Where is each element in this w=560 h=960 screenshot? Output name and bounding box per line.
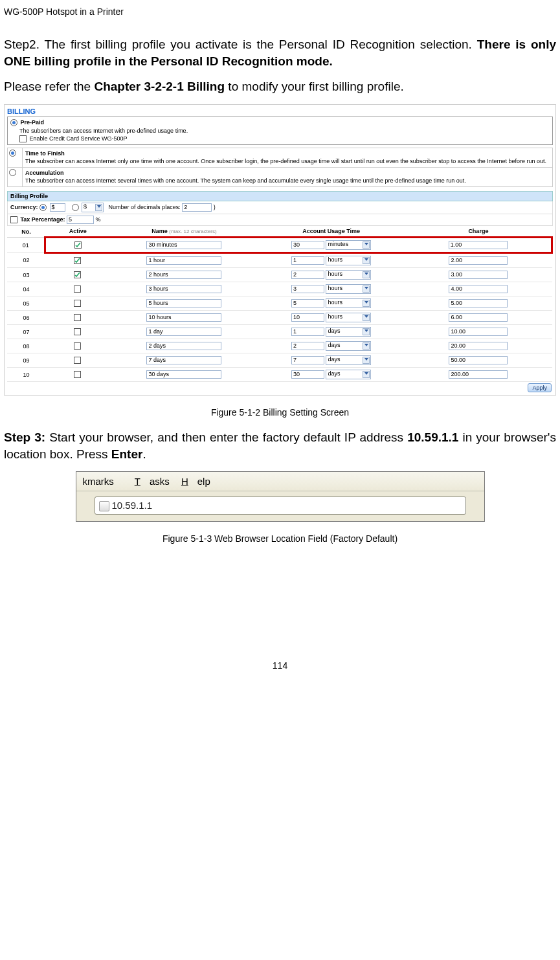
name-input[interactable]: 30 minutes: [146, 241, 221, 249]
cell-no: 01: [7, 238, 45, 253]
charge-input[interactable]: 1.00: [449, 241, 508, 249]
billing-title: BILLING: [7, 107, 553, 115]
tax-row: Tax Percentage: 5 %: [7, 214, 553, 226]
cell-active: [45, 282, 111, 296]
cell-charge: 20.00: [405, 339, 552, 353]
cell-active: [45, 325, 111, 339]
charge-input[interactable]: 6.00: [449, 313, 508, 322]
tax-input[interactable]: 5: [67, 216, 94, 224]
qty-input[interactable]: 2: [291, 271, 324, 279]
enable-cc-checkbox[interactable]: [19, 135, 27, 142]
currency-row: Currency: $ $ Number of decimals places:…: [7, 201, 553, 214]
active-checkbox[interactable]: [74, 241, 82, 249]
active-checkbox[interactable]: [74, 257, 81, 264]
decimals-close: ): [214, 204, 216, 210]
qty-input[interactable]: 7: [291, 356, 324, 364]
th-name: Name (max. 12 characters): [111, 226, 258, 238]
charge-input[interactable]: 200.00: [449, 370, 508, 379]
name-input[interactable]: 1 hour: [146, 256, 221, 265]
acc-desc: The subscriber can access Internet sever…: [25, 177, 550, 185]
charge-input[interactable]: 3.00: [449, 271, 508, 279]
prepaid-radio[interactable]: [10, 119, 17, 126]
doc-header: WG-500P Hotspot in a Printer: [4, 6, 556, 17]
active-checkbox[interactable]: [74, 342, 81, 350]
charge-input[interactable]: 50.00: [449, 356, 508, 364]
active-checkbox[interactable]: [74, 285, 81, 293]
qty-input[interactable]: 3: [291, 285, 324, 293]
unit-select[interactable]: minutes: [326, 240, 371, 250]
page-icon: [99, 501, 109, 511]
th-name-hint: (max. 12 characters): [169, 229, 216, 234]
unit-select[interactable]: days: [326, 341, 371, 351]
prepaid-label: Pre-Paid: [21, 119, 45, 126]
unit-select[interactable]: hours: [326, 256, 371, 265]
qty-input[interactable]: 30: [291, 241, 324, 249]
acc-radio[interactable]: [9, 169, 16, 176]
charge-input[interactable]: 5.00: [449, 299, 508, 307]
decimals-input[interactable]: 2: [182, 203, 212, 212]
name-input[interactable]: 2 hours: [146, 271, 221, 279]
name-input[interactable]: 1 day: [146, 328, 221, 336]
qty-input[interactable]: 10: [291, 313, 324, 322]
qty-input[interactable]: 2: [291, 342, 324, 350]
name-input[interactable]: 5 hours: [146, 299, 221, 307]
cell-usage: 2 days: [258, 339, 405, 353]
qty-input[interactable]: 1: [291, 256, 324, 265]
cell-no: 07: [7, 325, 45, 339]
step3-label: Step 3:: [4, 430, 45, 444]
unit-select[interactable]: hours: [326, 284, 371, 294]
charge-input[interactable]: 4.00: [449, 285, 508, 293]
currency-input-1[interactable]: $: [50, 203, 65, 212]
cell-name: 2 days: [111, 339, 258, 353]
qty-input[interactable]: 30: [291, 370, 324, 379]
name-input[interactable]: 10 hours: [146, 313, 221, 322]
name-input[interactable]: 30 days: [146, 370, 221, 379]
charge-input[interactable]: 20.00: [449, 342, 508, 350]
qty-input[interactable]: 5: [291, 299, 324, 307]
active-checkbox[interactable]: [74, 271, 81, 278]
table-row: 032 hours2 hours3.00: [7, 268, 552, 282]
unit-select[interactable]: days: [326, 327, 371, 337]
prepaid-row: Pre-Paid: [10, 118, 550, 127]
qty-input[interactable]: 1: [291, 328, 324, 336]
cell-active: [45, 296, 111, 311]
unit-select[interactable]: hours: [326, 298, 371, 308]
active-checkbox[interactable]: [74, 314, 81, 321]
name-input[interactable]: 2 days: [146, 342, 221, 350]
cell-no: 05: [7, 296, 45, 311]
unit-select[interactable]: days: [326, 370, 371, 379]
active-checkbox[interactable]: [74, 357, 81, 364]
step3-paragraph: Step 3: Start your browser, and then ent…: [4, 429, 556, 462]
active-checkbox[interactable]: [74, 328, 81, 335]
currency-radio-1[interactable]: [39, 204, 47, 211]
fig-5-1-2-caption: Figure 5-1-2 Billing Setting Screen: [4, 407, 556, 418]
step3-b: Start your browser, and then enter the f…: [45, 430, 407, 444]
page-number: 114: [4, 660, 556, 671]
table-row: 071 day1 days10.00: [7, 325, 552, 339]
please-b: Chapter 3-2-2-1 Billing: [94, 80, 225, 93]
cell-no: 09: [7, 353, 45, 368]
currency-radio-2[interactable]: [72, 204, 79, 211]
unit-select[interactable]: hours: [326, 313, 371, 322]
please-refer-paragraph: Please refer the Chapter 3-2-2-1 Billing…: [4, 78, 556, 95]
ttf-radio[interactable]: [9, 150, 16, 157]
active-checkbox[interactable]: [74, 300, 81, 307]
unit-select[interactable]: hours: [326, 270, 371, 280]
menu-tasks[interactable]: Tasks: [135, 476, 170, 487]
charge-input[interactable]: 2.00: [449, 256, 508, 265]
active-checkbox[interactable]: [74, 371, 81, 378]
menu-help[interactable]: Help: [181, 476, 210, 487]
bp-header: Billing Profile: [7, 191, 553, 201]
cell-charge: 2.00: [405, 253, 552, 268]
currency-select[interactable]: $: [82, 203, 104, 212]
name-input[interactable]: 7 days: [146, 356, 221, 364]
name-input[interactable]: 3 hours: [146, 285, 221, 293]
tax-checkbox[interactable]: [10, 216, 17, 223]
cell-usage: 2 hours: [258, 268, 405, 282]
unit-select[interactable]: days: [326, 355, 371, 365]
cell-name: 5 hours: [111, 296, 258, 311]
address-bar[interactable]: 10.59.1.1: [95, 497, 466, 515]
charge-input[interactable]: 10.00: [449, 328, 508, 336]
apply-button[interactable]: Apply: [528, 383, 552, 392]
menu-kmarks[interactable]: kmarks: [83, 476, 123, 487]
